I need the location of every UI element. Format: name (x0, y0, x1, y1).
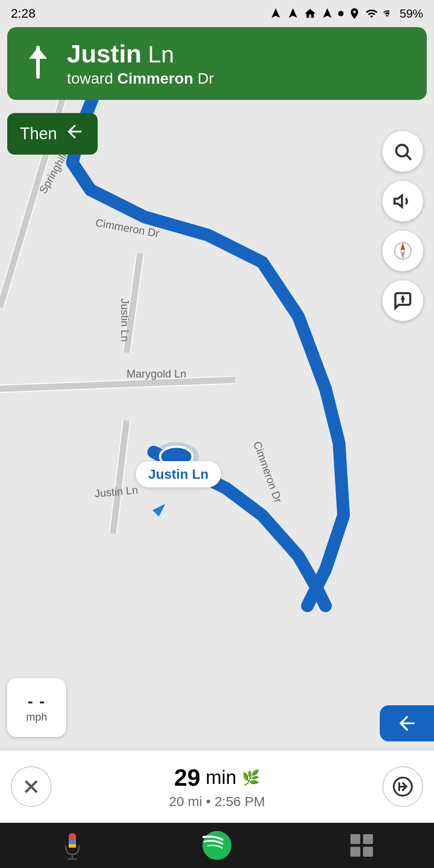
nav-toward-prefix: toward (67, 70, 118, 87)
nav-toward-suffix: Dr (193, 70, 214, 87)
svg-line-23 (406, 155, 411, 160)
wifi-icon (365, 7, 378, 20)
nav-icon-2 (287, 7, 299, 20)
location-tooltip: Justin Ln (136, 461, 221, 487)
trip-distance: 20 mi (169, 794, 202, 809)
then-turn-icon (64, 121, 85, 146)
routes-icon (392, 776, 414, 797)
turn-left-icon (64, 121, 85, 142)
nav-toward-street: Cimmeron (118, 70, 193, 87)
speed-unit: mph (26, 711, 47, 723)
google-assistant-button[interactable] (54, 827, 90, 863)
nav-instruction-text: Justin Ln toward Cimmeron Dr (67, 40, 412, 87)
side-buttons-container (382, 131, 423, 321)
status-bar: 2:28 59% (0, 0, 434, 27)
nav-icon-3 (321, 7, 334, 20)
svg-point-0 (338, 11, 344, 16)
turn-left-bottom-icon (396, 712, 418, 735)
svg-rect-35 (69, 833, 76, 840)
up-arrow-icon (22, 45, 54, 81)
then-label: Then (20, 124, 57, 143)
speed-value: - - (28, 692, 46, 711)
svg-marker-20 (29, 47, 47, 59)
feedback-button[interactable] (382, 280, 423, 321)
bottom-app-bar (0, 823, 434, 868)
svg-marker-24 (395, 195, 402, 207)
svg-point-21 (36, 75, 40, 79)
microphone-icon (59, 830, 86, 861)
close-navigation-button[interactable] (11, 766, 52, 807)
signal-icon (382, 7, 395, 20)
svg-rect-42 (350, 847, 360, 857)
compass-button[interactable] (382, 231, 423, 271)
trip-separator: • (206, 794, 215, 809)
status-icons: 59% (269, 7, 423, 21)
trip-eta: 2:56 PM (214, 794, 265, 809)
spotify-icon (203, 831, 232, 860)
eco-leaf-icon: 🌿 (242, 769, 260, 786)
status-time: 2:28 (11, 6, 36, 21)
turn-indicator (380, 705, 434, 741)
svg-text:Justin Ln: Justin Ln (119, 298, 131, 342)
trip-time-unit: min (206, 767, 236, 788)
speed-panel: - - mph (7, 678, 66, 737)
svg-point-22 (396, 145, 408, 156)
feedback-icon (393, 291, 413, 311)
svg-rect-36 (69, 844, 76, 848)
svg-marker-26 (401, 243, 406, 251)
svg-rect-41 (363, 834, 373, 844)
apps-grid-icon (348, 832, 375, 859)
nav-toward-line: toward Cimmeron Dr (67, 70, 412, 87)
trip-time-display: 29 min 🌿 (52, 764, 382, 791)
nav-street-name: Justin (67, 39, 142, 68)
spotify-button[interactable] (199, 827, 235, 863)
then-panel: Then (7, 113, 98, 155)
nav-direction-arrow (20, 45, 56, 81)
bottom-navigation-panel: 29 min 🌿 20 mi • 2:56 PM (0, 750, 434, 823)
dot-icon (338, 11, 344, 16)
close-icon (20, 775, 42, 798)
trip-minutes: 29 (174, 764, 200, 791)
location-tooltip-label: Justin Ln (148, 467, 208, 481)
trip-details-text: 20 mi • 2:56 PM (52, 794, 382, 809)
trip-info: 29 min 🌿 20 mi • 2:56 PM (52, 764, 382, 809)
alternative-routes-button[interactable] (382, 766, 423, 807)
svg-text:Marygold Ln: Marygold Ln (127, 368, 186, 380)
location-pin-icon (348, 7, 361, 20)
nav-header: Justin Ln toward Cimmeron Dr (7, 27, 427, 100)
svg-point-28 (402, 298, 404, 300)
svg-rect-43 (363, 847, 373, 857)
nav-icon-1 (269, 7, 282, 20)
search-button[interactable] (382, 131, 423, 172)
home-icon (304, 7, 316, 20)
svg-marker-27 (401, 251, 406, 259)
search-icon (393, 142, 413, 161)
audio-button[interactable] (382, 181, 423, 222)
battery-text: 59% (400, 7, 423, 21)
apps-button[interactable] (344, 827, 380, 863)
nav-street-suffix: Ln (142, 41, 174, 67)
svg-rect-40 (350, 834, 360, 844)
nav-street-line: Justin Ln (67, 40, 412, 68)
compass-icon (393, 241, 413, 261)
audio-icon (393, 191, 413, 211)
